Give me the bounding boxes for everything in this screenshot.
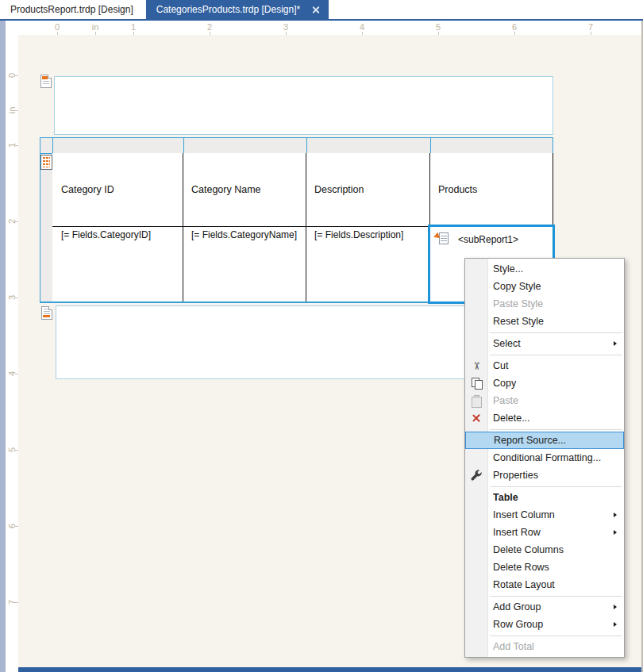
- v-ruler-tick: [15, 75, 18, 76]
- menu-item-label: Delete...: [493, 413, 530, 424]
- column-border: [183, 227, 183, 302]
- menu-item-copy-style[interactable]: Copy Style: [465, 278, 624, 295]
- table-row-selector-column[interactable]: [40, 153, 53, 303]
- h-ruler-tick: [95, 32, 96, 35]
- report-designer-window: ProductsReport.trdp [Design] CategoriesP…: [0, 0, 643, 672]
- menu-item-label: Select: [493, 338, 521, 349]
- menu-item-paste-style: Paste Style: [465, 295, 624, 313]
- subreport-label: <subReport1>: [458, 232, 518, 245]
- v-ruler-tick: [15, 145, 18, 146]
- h-ruler-label: 3: [283, 22, 288, 32]
- menu-item-table-header: Table: [465, 489, 624, 506]
- submenu-arrow-icon: [614, 513, 617, 517]
- h-ruler-tick: [438, 32, 439, 35]
- menu-item-label: Style...: [493, 263, 523, 275]
- menu-separator: [490, 636, 622, 636]
- h-ruler-tick: [57, 32, 58, 35]
- column-border: [429, 153, 430, 226]
- menu-item-label: Conditional Formatting...: [493, 452, 601, 463]
- table-data-cell[interactable]: [= Fields.Description]: [306, 229, 429, 240]
- menu-item-properties[interactable]: Properties: [465, 467, 624, 484]
- h-ruler-tick: [362, 32, 363, 35]
- v-ruler-tick: [15, 602, 18, 603]
- menu-item-label: Delete Columns: [493, 544, 564, 555]
- tab-label: ProductsReport.trdp [Design]: [10, 4, 133, 15]
- close-icon[interactable]: [311, 6, 320, 14]
- table-icon-grid: [43, 157, 50, 167]
- h-ruler-tick: [514, 32, 515, 35]
- h-ruler-tick: [591, 32, 591, 35]
- subreport-icon: [437, 232, 449, 245]
- table-header-cell[interactable]: Category Name: [183, 153, 306, 226]
- v-ruler-tick: [15, 526, 18, 527]
- h-ruler-label: in: [92, 22, 99, 32]
- menu-item-label: Copy: [493, 378, 516, 389]
- column-border: [183, 153, 183, 226]
- submenu-arrow-icon: [614, 530, 617, 535]
- menu-item-style[interactable]: Style...: [465, 260, 624, 278]
- table-data-cell[interactable]: [= Fields.CategoryName]: [183, 229, 306, 240]
- h-ruler-tick: [133, 32, 134, 35]
- table-corner-selector[interactable]: [40, 137, 53, 154]
- selector-column-border: [306, 138, 307, 153]
- page-header-band[interactable]: [54, 76, 553, 135]
- menu-item-reset-style[interactable]: Reset Style: [465, 313, 624, 330]
- h-ruler-label: 5: [436, 22, 441, 32]
- delete-icon: [469, 412, 483, 424]
- h-ruler-label: 4: [360, 22, 364, 32]
- menu-item-insert-column[interactable]: Insert Column: [465, 506, 624, 524]
- menu-item-delete[interactable]: Delete...: [465, 409, 624, 427]
- page-header-icon-lines: [43, 81, 49, 86]
- v-ruler-tick: [15, 450, 18, 451]
- menu-item-insert-row[interactable]: Insert Row: [465, 524, 624, 541]
- submenu-arrow-icon: [614, 605, 617, 609]
- page-corner-fold: [48, 306, 52, 310]
- horizontal-ruler: 0in1234567: [6, 21, 643, 35]
- menu-item-delete-rows[interactable]: Delete Rows: [465, 559, 624, 576]
- vertical-ruler: 0in1234567: [6, 21, 18, 672]
- menu-item-label: Properties: [493, 470, 538, 481]
- menu-separator: [490, 596, 622, 597]
- v-ruler-tick: [15, 298, 18, 298]
- left-edge-strip: [0, 21, 6, 672]
- menu-item-add-group[interactable]: Add Group: [465, 598, 624, 616]
- menu-item-cut[interactable]: ✂Cut: [465, 357, 624, 374]
- menu-item-copy[interactable]: Copy: [465, 374, 624, 392]
- cut-icon: ✂: [469, 359, 483, 372]
- table-header-cell[interactable]: Products: [429, 153, 553, 226]
- page-footer-band-icon[interactable]: [41, 306, 52, 320]
- tab-categories-products[interactable]: CategoriesProducts.trdp [Design]*: [146, 0, 329, 19]
- column-border: [306, 227, 306, 302]
- page-corner-fold: [48, 75, 52, 79]
- wrench-icon: [469, 469, 483, 482]
- h-ruler-tick: [210, 32, 210, 35]
- menu-item-label: Insert Column: [493, 509, 555, 520]
- menu-item-row-group[interactable]: Row Group: [465, 616, 624, 633]
- table-column-selector-row[interactable]: [52, 137, 553, 154]
- menu-item-report-source[interactable]: Report Source...: [465, 432, 624, 449]
- menu-item-rotate-layout[interactable]: Rotate Layout: [465, 576, 624, 593]
- h-ruler-label: 2: [207, 22, 212, 32]
- h-ruler-label: 6: [512, 22, 517, 32]
- tab-products-report[interactable]: ProductsReport.trdp [Design]: [0, 0, 144, 19]
- tab-label: CategoriesProducts.trdp [Design]*: [156, 4, 300, 15]
- context-menu: Style...Copy StylePaste StyleReset Style…: [464, 258, 625, 658]
- paste-icon: [469, 394, 483, 407]
- detail-table-icon[interactable]: [40, 155, 52, 170]
- table-header-cell[interactable]: Description: [306, 153, 429, 226]
- submenu-arrow-icon: [614, 622, 617, 627]
- bottom-accent-bar: [18, 667, 643, 672]
- menu-item-select[interactable]: Select: [465, 335, 624, 352]
- menu-item-label: Delete Rows: [493, 562, 549, 573]
- h-ruler-tick: [286, 32, 287, 35]
- h-ruler-label: 1: [131, 22, 136, 32]
- menu-item-delete-columns[interactable]: Delete Columns: [465, 541, 624, 559]
- table-header-cell[interactable]: Category ID: [52, 153, 183, 226]
- v-ruler-tick: [15, 110, 18, 111]
- page-header-band-icon[interactable]: [40, 75, 52, 88]
- menu-item-label: Row Group: [493, 619, 543, 630]
- menu-item-label: Copy Style: [493, 281, 541, 292]
- table-data-cell[interactable]: [= Fields.CategoryID]: [52, 229, 183, 240]
- h-ruler-label: 0: [55, 22, 60, 32]
- menu-item-conditional-formatting[interactable]: Conditional Formatting...: [465, 449, 624, 467]
